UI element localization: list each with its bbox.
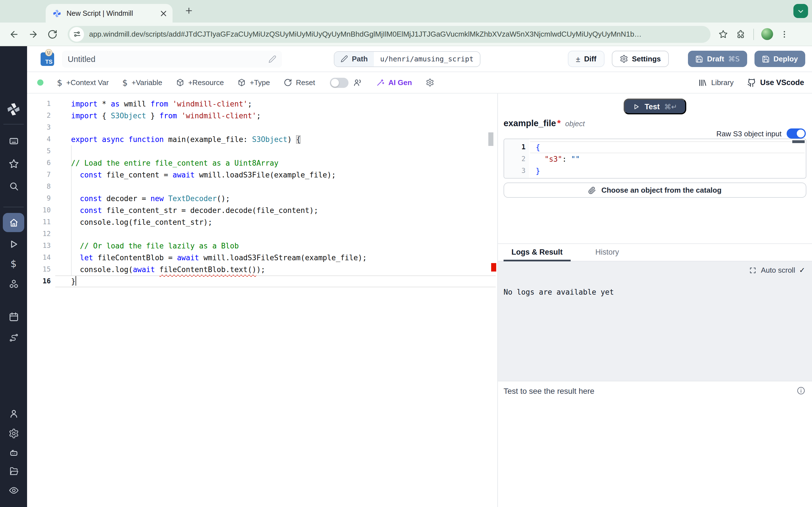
new-tab-icon[interactable] <box>185 6 193 15</box>
windmill-logo-icon[interactable] <box>6 102 21 117</box>
sidebar-divider <box>3 124 24 124</box>
auto-scroll-control[interactable]: Auto scroll ✓ <box>504 266 805 274</box>
collab-toggle[interactable] <box>329 77 348 88</box>
line-number: 12 <box>27 228 51 240</box>
site-settings-button[interactable] <box>69 27 84 41</box>
line-number: 11 <box>27 216 51 228</box>
settings-button[interactable]: Settings <box>612 51 669 67</box>
back-icon[interactable] <box>9 29 19 39</box>
sidebar-item-folder[interactable] <box>3 462 24 480</box>
result-tabs: Logs & Result History <box>498 243 812 262</box>
divider <box>753 29 754 40</box>
windmill-favicon-icon <box>52 9 61 18</box>
sidebar-item-boxes[interactable] <box>3 275 24 293</box>
path-field[interactable]: Path u/henri/amusing_script <box>334 51 480 67</box>
route-icon <box>8 332 19 343</box>
tab-title: New Script | Windmill <box>66 9 159 17</box>
tab-logs-result[interactable]: Logs & Result <box>504 244 571 261</box>
raw-s3-toggle[interactable] <box>786 128 806 138</box>
line-number: 13 <box>27 240 51 252</box>
expand-icon[interactable] <box>749 266 757 274</box>
boxes-icon <box>8 279 19 289</box>
line-number: 3 <box>504 165 525 177</box>
sidebar-divider <box>3 207 24 207</box>
profile-avatar[interactable] <box>761 28 773 40</box>
folder-icon <box>8 466 19 476</box>
sidebar-item-route[interactable] <box>3 328 24 346</box>
choose-object-button[interactable]: Choose an object from the catalog <box>504 182 806 198</box>
diff-button[interactable]: ± Diff <box>568 51 604 67</box>
line-number: 10 <box>27 205 51 216</box>
paperclip-icon <box>589 186 596 194</box>
forward-icon[interactable] <box>28 29 38 39</box>
sidebar-item-calendar[interactable] <box>3 307 24 326</box>
reset-button[interactable]: Reset <box>283 78 315 87</box>
chevron-down-icon <box>797 7 805 15</box>
error-marker <box>491 263 496 272</box>
dollar-icon: $ <box>57 77 62 88</box>
collaboration-icon <box>353 78 362 87</box>
play-icon <box>8 238 19 249</box>
code-line: 8 <box>27 181 497 193</box>
tab-history[interactable]: History <box>588 244 627 261</box>
browser-menu-icon[interactable] <box>780 30 789 39</box>
sidebar-item-gear[interactable] <box>3 424 24 442</box>
vscode-icon <box>747 78 756 87</box>
edit-title-icon[interactable] <box>268 55 276 63</box>
sidebar-item-eye[interactable] <box>3 481 24 499</box>
browser-tab[interactable]: New Script | Windmill <box>46 4 172 22</box>
code-line: 11 console.log(file_content_str); <box>27 216 497 228</box>
tab-search-button[interactable] <box>794 4 808 18</box>
add-type-button[interactable]: +Type <box>238 78 270 87</box>
add-context-var-button[interactable]: $ +Context Var <box>57 77 109 88</box>
code-line: 14 let fileContentBlob = await wmill.loa… <box>27 252 497 264</box>
info-icon[interactable] <box>796 386 806 395</box>
reload-icon[interactable] <box>47 29 57 39</box>
test-button[interactable]: Test ⌘↵ <box>624 99 686 114</box>
star-icon <box>8 158 19 169</box>
code-line: 3 <box>27 122 497 133</box>
editor-scrollbar[interactable] <box>488 132 493 146</box>
save-icon <box>762 55 769 63</box>
emoji-sticker-icon <box>45 49 52 56</box>
required-marker: * <box>557 118 560 128</box>
status-dot <box>37 79 43 86</box>
sidebar-item-star[interactable] <box>3 154 24 172</box>
plus-minus-icon: ± <box>576 54 580 63</box>
deploy-button[interactable]: Deploy <box>754 51 805 67</box>
address-bar[interactable]: app.windmill.dev/scripts/add#JTdCJTIyaGF… <box>68 25 711 43</box>
code-line: 1import * as wmill from 'windmill-client… <box>27 98 497 110</box>
sidebar-item-play[interactable] <box>3 235 24 253</box>
bookmark-star-icon[interactable] <box>718 29 728 39</box>
test-shortcut: ⌘↵ <box>664 102 677 111</box>
script-title-input[interactable]: Untitled <box>62 50 282 67</box>
tune-icon <box>72 30 81 38</box>
code-line: 9 const decoder = new TextDecoder(); <box>27 193 497 205</box>
editor-settings-button[interactable] <box>425 78 434 87</box>
json-editor-scrollbar[interactable] <box>792 140 805 143</box>
add-resource-button[interactable]: +Resource <box>175 78 223 87</box>
add-variable-button[interactable]: $ +Variable <box>122 77 162 88</box>
tab-close-icon[interactable] <box>159 9 168 18</box>
code-line: 15 console.log(await fileContentBlob.tex… <box>27 264 497 276</box>
draft-button[interactable]: Draft ⌘S <box>688 51 747 67</box>
extensions-icon[interactable] <box>736 29 746 39</box>
use-vscode-button[interactable]: Use VScode <box>747 78 804 87</box>
code-line: 13 // Or load the file lazily as a Blob <box>27 240 497 252</box>
line-number: 9 <box>27 193 51 205</box>
sidebar-item-robot[interactable] <box>3 443 24 461</box>
library-button[interactable]: Library <box>698 78 733 87</box>
dollar-icon: $ <box>10 258 17 269</box>
browser-window: New Script | Windmill app.windmill.dev/s… <box>0 0 812 507</box>
args-json-editor[interactable]: 1{2 "s3": ""3} <box>504 138 806 179</box>
sidebar-item-search[interactable] <box>3 177 24 195</box>
sidebar-item-switcher[interactable] <box>3 132 24 150</box>
sidebar-item-home[interactable] <box>3 213 24 232</box>
sidebar-item-dollar[interactable]: $ <box>3 255 24 273</box>
result-placeholder: Test to see the result here <box>504 386 594 395</box>
ai-gen-button[interactable]: AI Gen <box>376 78 412 87</box>
logs-panel: Auto scroll ✓ No logs are available yet <box>498 262 812 381</box>
code-editor[interactable]: 1import * as wmill from 'windmill-client… <box>27 94 497 507</box>
sidebar-item-person[interactable] <box>3 404 24 422</box>
result-placeholder-row: Test to see the result here <box>498 381 812 400</box>
